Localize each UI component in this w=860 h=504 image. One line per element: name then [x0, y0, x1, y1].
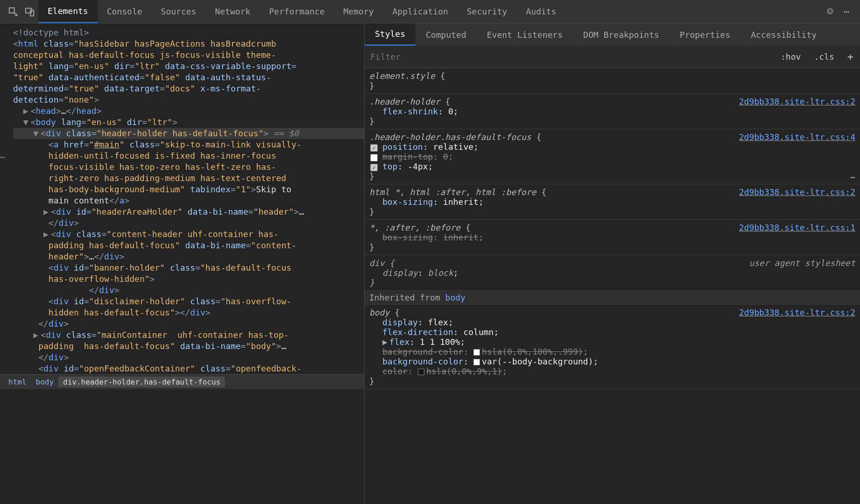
property-name[interactable]: display: [382, 268, 418, 278]
rule-more-icon[interactable]: ⋯: [850, 172, 855, 182]
css-declaration[interactable]: ✓top: -4px;: [369, 161, 855, 171]
css-declaration[interactable]: background-color: var(--body-background)…: [369, 357, 855, 366]
css-rule[interactable]: 2d9bb338.site-ltr.css:1*, :after, :befor…: [365, 220, 860, 255]
more-icon[interactable]: ⋯: [839, 3, 855, 20]
source-link[interactable]: 2d9bb338.site-ltr.css:2: [739, 97, 855, 106]
expand-shorthand-icon[interactable]: ▶: [382, 337, 388, 347]
dom-node-selected[interactable]: ▼<div class="header-holder has-default-f…: [13, 128, 364, 139]
styles-tab-event-listeners[interactable]: Event Listeners: [477, 23, 573, 46]
expand-arrow-icon[interactable]: ▶: [43, 206, 51, 217]
property-name[interactable]: background-color: [382, 347, 463, 357]
dom-node[interactable]: ▶<div class="mainContainer uhf-container…: [13, 329, 364, 363]
selector[interactable]: .header-holder: [369, 97, 445, 106]
property-name[interactable]: box-sizing: [382, 197, 433, 207]
collapse-arrow-icon[interactable]: ▼: [23, 117, 31, 128]
css-declaration[interactable]: ✓position: relative;: [369, 142, 855, 152]
css-declaration[interactable]: color: hsla(0,0%,9%,1);: [369, 366, 855, 376]
property-value[interactable]: column: [463, 327, 493, 337]
property-name[interactable]: flex-direction: [382, 327, 453, 337]
collapse-arrow-icon[interactable]: ▼: [33, 128, 41, 139]
property-value[interactable]: 0: [448, 106, 453, 116]
property-value[interactable]: relative: [433, 142, 473, 152]
cls-toggle[interactable]: .cls: [807, 52, 840, 62]
inspect-icon[interactable]: [5, 3, 21, 20]
hov-toggle[interactable]: :hov: [774, 52, 807, 62]
css-declaration[interactable]: flex-shrink: 0;: [369, 106, 855, 116]
styles-tab-dom-breakpoints[interactable]: DOM Breakpoints: [573, 23, 670, 46]
dom-node[interactable]: <div id="openFeedbackContainer" class="o…: [13, 363, 364, 374]
property-value[interactable]: var(--body-background): [482, 357, 593, 366]
selector[interactable]: body: [369, 308, 395, 317]
dom-node[interactable]: <div id="banner-holder" class="has-defau…: [13, 262, 364, 296]
tab-memory[interactable]: Memory: [334, 0, 383, 23]
dom-node[interactable]: ▼<body lang="en-us" dir="ltr">: [13, 117, 364, 128]
color-swatch-icon[interactable]: [418, 369, 424, 375]
property-value[interactable]: block: [428, 268, 453, 278]
breadcrumb-item[interactable]: html: [4, 377, 31, 387]
dom-tree[interactable]: ⋯ <!doctype html> <html class="hasSideba…: [0, 23, 364, 374]
source-link[interactable]: 2d9bb338.site-ltr.css:4: [739, 132, 855, 142]
dom-node[interactable]: <a href="#main" class="skip-to-main-link…: [13, 139, 364, 206]
dom-node[interactable]: <div id="disclaimer-holder" class="has-o…: [13, 296, 364, 318]
selector[interactable]: *, :after, :before: [369, 223, 465, 232]
tab-audits[interactable]: Audits: [516, 0, 565, 23]
new-style-rule-button[interactable]: +: [841, 51, 860, 63]
toggle-checkbox[interactable]: ✓: [370, 164, 378, 171]
color-swatch-icon[interactable]: [473, 359, 480, 365]
breadcrumb-item[interactable]: div.header-holder.has-default-focus: [58, 377, 225, 387]
property-name[interactable]: flex: [389, 337, 409, 347]
css-rule[interactable]: 2d9bb338.site-ltr.css:2html *, html :aft…: [365, 184, 860, 220]
css-rule[interactable]: 2d9bb338.site-ltr.css:2.header-holder {f…: [365, 94, 860, 129]
toggle-checkbox[interactable]: ✓: [370, 144, 378, 152]
styles-tab-accessibility[interactable]: Accessibility: [740, 23, 827, 46]
dom-node[interactable]: <!doctype html>: [13, 27, 364, 38]
tab-console[interactable]: Console: [98, 0, 152, 23]
property-name[interactable]: color: [382, 366, 408, 376]
filter-input[interactable]: [365, 52, 774, 62]
property-value[interactable]: flex: [428, 317, 448, 327]
property-value[interactable]: inherit: [443, 232, 479, 242]
source-link[interactable]: 2d9bb338.site-ltr.css:2: [739, 187, 855, 197]
css-rule[interactable]: 2d9bb338.site-ltr.css:4.header-holder.ha…: [365, 129, 860, 184]
styles-tab-styles[interactable]: Styles: [365, 23, 416, 46]
dom-node[interactable]: </div>: [13, 318, 364, 329]
tab-performance[interactable]: Performance: [260, 0, 334, 23]
styles-tab-computed[interactable]: Computed: [416, 23, 477, 46]
expand-arrow-icon[interactable]: ▶: [23, 105, 31, 117]
tab-application[interactable]: Application: [383, 0, 458, 23]
dom-node[interactable]: <html class="hasSidebar hasPageActions h…: [13, 38, 364, 105]
css-declaration[interactable]: margin-top: 0;: [369, 152, 855, 161]
dom-node[interactable]: ▶<head>…</head>: [13, 105, 364, 117]
styles-tab-properties[interactable]: Properties: [670, 23, 740, 46]
color-swatch-icon[interactable]: [473, 349, 480, 356]
css-declaration[interactable]: box-sizing: inherit;: [369, 197, 855, 207]
property-value[interactable]: hsla(0,0%,9%,1): [426, 366, 502, 376]
inherited-from-link[interactable]: body: [445, 293, 465, 302]
tab-security[interactable]: Security: [458, 0, 517, 23]
breadcrumb-item[interactable]: body: [31, 377, 59, 387]
source-link[interactable]: 2d9bb338.site-ltr.css:1: [739, 223, 855, 232]
property-name[interactable]: display: [382, 317, 418, 327]
property-value[interactable]: 1 1 100%: [420, 337, 460, 347]
property-name[interactable]: flex-shrink: [382, 106, 438, 116]
tab-sources[interactable]: Sources: [152, 0, 206, 23]
css-declaration[interactable]: display: flex;: [369, 317, 855, 327]
selector[interactable]: div: [369, 258, 389, 268]
property-value[interactable]: inherit: [443, 197, 479, 207]
css-declaration[interactable]: background-color: hsla(0,0%,100%,.999);: [369, 347, 855, 357]
tab-network[interactable]: Network: [205, 0, 260, 23]
css-declaration[interactable]: ▶flex: 1 1 100%;: [369, 337, 855, 347]
css-rule[interactable]: element.style {}: [365, 68, 860, 94]
source-link[interactable]: 2d9bb338.site-ltr.css:2: [739, 308, 855, 317]
selector[interactable]: .header-holder.has-default-focus: [369, 132, 536, 142]
selector[interactable]: element.style: [369, 71, 440, 81]
expand-arrow-icon[interactable]: ▶: [43, 229, 51, 240]
css-rule[interactable]: user agent stylesheetdiv {display: block…: [365, 255, 860, 291]
feedback-icon[interactable]: ☺: [822, 3, 839, 20]
device-toolbar-icon[interactable]: [21, 3, 38, 20]
toggle-checkbox[interactable]: [370, 154, 378, 161]
dom-node[interactable]: ▶<div id="headerAreaHolder" data-bi-name…: [13, 206, 364, 229]
property-name[interactable]: background-color: [382, 357, 463, 366]
property-name[interactable]: box-sizing: [382, 232, 433, 242]
css-declaration[interactable]: box-sizing: inherit;: [369, 232, 855, 242]
